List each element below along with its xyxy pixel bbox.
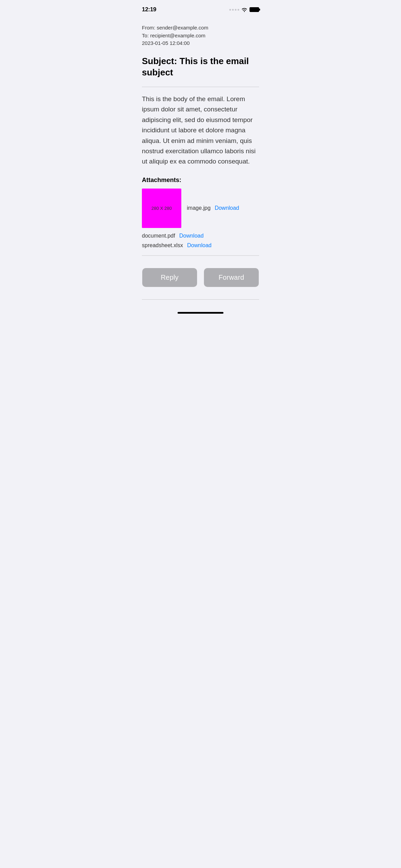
home-indicator: [134, 306, 267, 316]
email-subject: Subject: This is the email subject: [142, 56, 259, 79]
email-to: To: recipient@example.com: [142, 32, 259, 40]
attachment-filename-xlsx: spreadsheet.xlsx: [142, 242, 183, 249]
reply-button[interactable]: Reply: [142, 268, 197, 287]
header-divider: [142, 87, 259, 87]
status-bar: 12:19: [134, 0, 267, 17]
attachments-label: Attachments:: [142, 177, 259, 184]
status-time: 12:19: [142, 6, 156, 13]
wifi-icon: [241, 7, 247, 12]
email-date: 2023-01-05 12:04:00: [142, 39, 259, 47]
attachment-row-image: 280 X 280 image.jpg Download: [142, 189, 259, 228]
attachment-row-pdf: document.pdf Download: [142, 233, 259, 239]
attachment-thumbnail: 280 X 280: [142, 189, 181, 228]
attachment-info-image: image.jpg Download: [187, 205, 239, 211]
download-link-pdf[interactable]: Download: [179, 233, 204, 239]
email-meta: From: sender@example.com To: recipient@e…: [142, 24, 259, 47]
email-container: From: sender@example.com To: recipient@e…: [134, 17, 267, 306]
forward-button[interactable]: Forward: [204, 268, 259, 287]
email-body: This is the body of the email. Lorem ips…: [142, 94, 259, 167]
attachment-filename-image: image.jpg: [187, 205, 210, 211]
attachments-section: Attachments: 280 X 280 image.jpg Downloa…: [142, 177, 259, 249]
footer-divider: [142, 299, 259, 300]
thumbnail-size-label: 280 X 280: [151, 206, 172, 211]
status-icons: [229, 7, 259, 12]
download-link-xlsx[interactable]: Download: [187, 242, 211, 249]
attachment-filename-pdf: document.pdf: [142, 233, 175, 239]
home-bar: [178, 312, 223, 314]
email-from: From: sender@example.com: [142, 24, 259, 32]
attachment-row-xlsx: spreadsheet.xlsx Download: [142, 242, 259, 249]
signal-icon: [229, 9, 239, 11]
bottom-divider: [142, 255, 259, 256]
action-buttons: Reply Forward: [142, 263, 259, 292]
download-link-image[interactable]: Download: [215, 205, 239, 211]
battery-icon: [250, 7, 259, 12]
